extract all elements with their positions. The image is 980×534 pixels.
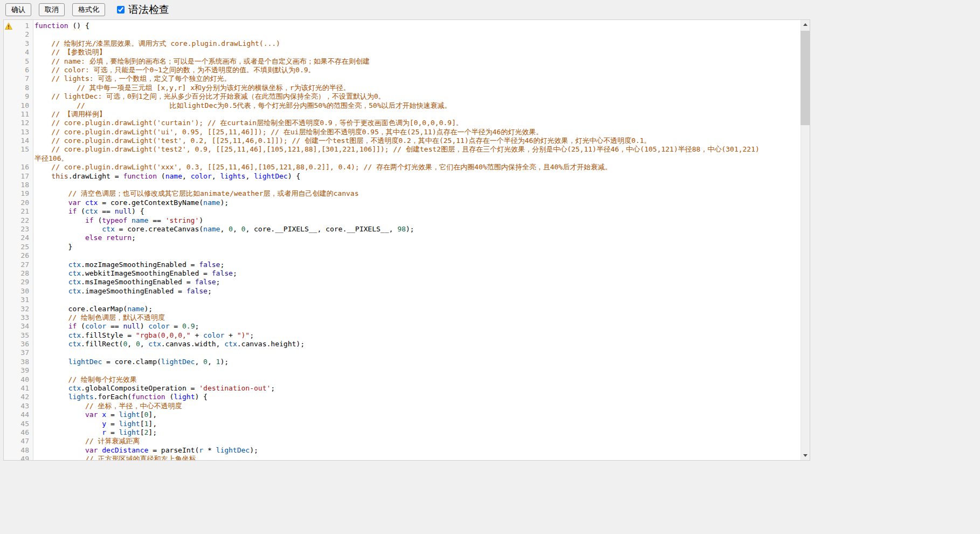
- code-line[interactable]: 7 // lights: 可选，一个数组，定义了每个独立的灯光。: [4, 74, 800, 83]
- vertical-scrollbar[interactable]: [800, 20, 810, 460]
- code-line[interactable]: 14 // core.plugin.drawLight('test', 0.2,…: [4, 136, 800, 145]
- line-number: 1: [13, 22, 31, 30]
- code-line[interactable]: 33 // 绘制色调层，默认不透明度: [4, 313, 800, 322]
- code-line[interactable]: 1function () {: [4, 22, 800, 30]
- code-line[interactable]: 19 // 清空色调层；也可以修改成其它层比如animate/weather层，…: [4, 189, 800, 198]
- code-line[interactable]: 47 // 计算衰减距离: [4, 437, 800, 446]
- line-number: 49: [13, 455, 31, 460]
- code-line[interactable]: 18: [4, 181, 800, 189]
- gutter-marker: [4, 101, 13, 110]
- code-line[interactable]: 15 // core.plugin.drawLight('test2', 0.9…: [4, 145, 800, 154]
- gutter-marker: [4, 84, 13, 92]
- gutter-marker: [4, 66, 13, 74]
- code-text: // 坐标，半径，中心不透明度: [31, 402, 800, 410]
- gutter-marker: [4, 410, 13, 419]
- code-line[interactable]: 8 // 其中每一项是三元组 [x,y,r] x和y分别为该灯光的横纵坐标，r为…: [4, 84, 800, 92]
- code-line[interactable]: 5 // name: 必填，要绘制到的画布名；可以是一个系统画布，或者是个自定义…: [4, 57, 800, 66]
- code-line[interactable]: 26: [4, 251, 800, 260]
- code-line[interactable]: 6 // color: 可选，只能是一个0~1之间的数，为不透明度的值。不填则默…: [4, 66, 800, 74]
- code-line[interactable]: 36 ctx.fillRect(0, 0, ctx.canvas.width, …: [4, 340, 800, 348]
- code-line[interactable]: 30 ctx.imageSmoothingEnabled = false;: [4, 287, 800, 296]
- code-line[interactable]: 38 lightDec = core.clamp(lightDec, 0, 1)…: [4, 358, 800, 366]
- code-line[interactable]: 11 // 【调用样例】: [4, 110, 800, 119]
- code-line[interactable]: 42 lights.forEach(function (light) {: [4, 393, 800, 401]
- code-text: ctx.fillRect(0, 0, ctx.canvas.width, ctx…: [31, 340, 800, 348]
- cancel-button[interactable]: 取消: [39, 3, 65, 16]
- code-text: this.drawLight = function (name, color, …: [31, 172, 800, 181]
- line-number: 46: [13, 428, 31, 437]
- gutter-marker: [4, 296, 13, 304]
- code-line[interactable]: 2: [4, 30, 800, 39]
- code-line[interactable]: 9 // lightDec: 可选，0到1之间，光从多少百分比才开始衰减（在此范…: [4, 92, 800, 101]
- gutter-marker: [4, 225, 13, 234]
- code-line[interactable]: 10 // 比如lightDec为0.5代表，每个灯光部分内圈50%的范围全亮，…: [4, 101, 800, 110]
- code-line[interactable]: 37: [4, 348, 800, 357]
- syntax-check-checkbox[interactable]: [117, 6, 125, 13]
- code-line[interactable]: 43 // 坐标，半径，中心不透明度: [4, 402, 800, 410]
- code-text: // core.plugin.drawLight('test2', 0.9, […: [31, 145, 800, 154]
- format-button[interactable]: 格式化: [72, 3, 105, 16]
- confirm-button[interactable]: 确认: [5, 3, 31, 16]
- code-text: // 绘制色调层，默认不透明度: [31, 313, 800, 322]
- gutter-marker: [4, 384, 13, 393]
- code-editor[interactable]: 1function () {23 // 绘制灯光/漆黑层效果。调用方式 core…: [3, 19, 810, 461]
- code-line[interactable]: 46 r = light[2];: [4, 428, 800, 437]
- gutter-marker: [4, 287, 13, 296]
- code-text: core.clearMap(name);: [31, 305, 800, 313]
- code-text: [31, 348, 800, 357]
- code-line[interactable]: 16 // core.plugin.drawLight('xxx', 0.3, …: [4, 163, 800, 172]
- line-number: 24: [13, 234, 31, 242]
- gutter-marker: [4, 172, 13, 181]
- code-line[interactable]: 20 var ctx = core.getContextByName(name)…: [4, 198, 800, 207]
- code-line[interactable]: 21 if (ctx == null) {: [4, 207, 800, 216]
- code-text: [31, 296, 800, 304]
- gutter-marker: [4, 446, 13, 455]
- code-line[interactable]: 45 y = light[1],: [4, 420, 800, 428]
- scroll-down-button[interactable]: [800, 451, 810, 460]
- line-number: 9: [13, 92, 31, 101]
- code-line[interactable]: 25 }: [4, 243, 800, 251]
- line-number: 20: [13, 198, 31, 207]
- code-line[interactable]: 44 var x = light[0],: [4, 410, 800, 419]
- code-line[interactable]: 41 ctx.globalCompositeOperation = 'desti…: [4, 384, 800, 393]
- code-line[interactable]: 12 // core.plugin.drawLight('curtain'); …: [4, 119, 800, 127]
- gutter-marker: [4, 119, 13, 127]
- code-line[interactable]: 32 core.clearMap(name);: [4, 305, 800, 313]
- code-scroller[interactable]: 1function () {23 // 绘制灯光/漆黑层效果。调用方式 core…: [4, 20, 800, 460]
- gutter-marker: [4, 181, 13, 189]
- code-text: // 【参数说明】: [31, 48, 800, 57]
- gutter-marker: [4, 420, 13, 428]
- code-line[interactable]: 34 if (color == null) color = 0.9;: [4, 322, 800, 331]
- code-line[interactable]: 40 // 绘制每个灯光效果: [4, 375, 800, 384]
- gutter-marker: [4, 110, 13, 119]
- code-text: 半径106。: [31, 154, 800, 163]
- code-line[interactable]: 23 ctx = core.createCanvas(name, 0, 0, c…: [4, 225, 800, 234]
- code-line[interactable]: 28 ctx.webkitImageSmoothingEnabled = fal…: [4, 269, 800, 278]
- scroll-up-button[interactable]: [800, 20, 810, 29]
- code-line[interactable]: 31: [4, 296, 800, 304]
- scrollbar-thumb[interactable]: [800, 31, 810, 125]
- code-line[interactable]: 24 else return;: [4, 234, 800, 242]
- code-line[interactable]: 35 ctx.fillStyle = "rgba(0,0,0," + color…: [4, 331, 800, 340]
- gutter-marker: [4, 145, 13, 154]
- line-number: 35: [13, 331, 31, 340]
- code-line[interactable]: 39: [4, 366, 800, 375]
- code-line[interactable]: 48 var decDistance = parseInt(r * lightD…: [4, 446, 800, 455]
- code-line[interactable]: 4 // 【参数说明】: [4, 48, 800, 57]
- code-line[interactable]: 3 // 绘制灯光/漆黑层效果。调用方式 core.plugin.drawLig…: [4, 39, 800, 48]
- code-line[interactable]: 17 this.drawLight = function (name, colo…: [4, 172, 800, 181]
- gutter-marker: [4, 455, 13, 460]
- code-line[interactable]: 13 // core.plugin.drawLight('ui', 0.95, …: [4, 128, 800, 136]
- code-line[interactable]: 29 ctx.msImageSmoothingEnabled = false;: [4, 278, 800, 286]
- code-line[interactable]: 22 if (typeof name == 'string'): [4, 216, 800, 225]
- gutter-marker: [4, 375, 13, 384]
- code-text: // 清空色调层；也可以修改成其它层比如animate/weather层，或者用…: [31, 189, 800, 198]
- gutter-marker: [4, 340, 13, 348]
- code-line[interactable]: 27 ctx.mozImageSmoothingEnabled = false;: [4, 261, 800, 269]
- arrow-down-icon: [803, 454, 808, 457]
- code-line[interactable]: 49 // 正方形区域的直径和左上角坐标: [4, 455, 800, 460]
- gutter-marker: [4, 261, 13, 269]
- code-line[interactable]: 半径106。: [4, 154, 800, 163]
- line-number: 2: [13, 30, 31, 39]
- warning-icon[interactable]: [4, 22, 13, 30]
